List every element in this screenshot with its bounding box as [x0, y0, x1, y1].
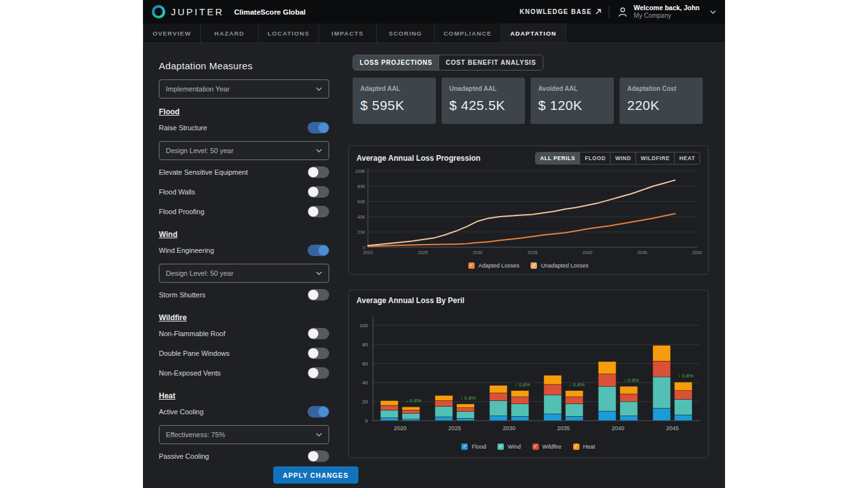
peril-filter-heat[interactable]: HEAT	[674, 152, 700, 164]
chevron-down-icon	[316, 149, 322, 152]
loss-by-peril-chart-card: Average Annual Loss By Peril020406080100…	[348, 290, 709, 458]
toggle-knob	[308, 329, 318, 339]
y-tick-label: 20K	[358, 230, 366, 234]
view-tab-loss-projections[interactable]: LOSS PROJECTIONS	[353, 55, 438, 70]
nav-tab-adaptation[interactable]: ADAPTATION	[501, 24, 566, 43]
reduction-annotation: ↓ 0.8%	[678, 373, 693, 379]
y-tick-label: 40K	[358, 215, 366, 219]
toggle-active-cooling[interactable]	[308, 406, 329, 417]
stat-card-value: $ 120K	[538, 98, 606, 113]
toggle-flood-walls[interactable]	[308, 186, 329, 198]
implementation-year-select[interactable]: Implementation Year	[159, 79, 329, 98]
bar-adapted-wildfire	[457, 408, 475, 412]
toggle-row: Elevate Sensitive Equipment	[159, 162, 329, 182]
bar-adapted-flood	[457, 418, 475, 421]
toggle-label: Double Pane Windows	[159, 349, 229, 357]
select-effectiveness-75-[interactable]: Effectiveness: 75%	[159, 425, 329, 444]
bar-adapted-heat	[511, 391, 529, 397]
toggle-storm-shutters[interactable]	[308, 289, 329, 301]
toggle-label: Elevate Sensitive Equipment	[159, 168, 248, 176]
loss-progression-chart-card: Average Annual Loss ProgressionALL PERIL…	[348, 146, 709, 274]
legend-checkbox-flood[interactable]: ✓	[461, 444, 468, 450]
bar-unadapted-wildfire	[381, 405, 398, 410]
legend-checkbox-heat[interactable]: ✓	[573, 444, 580, 450]
peril-filter-wildfire[interactable]: WILDFIRE	[635, 152, 674, 164]
stat-card-adaptation-cost: Adaptation Cost220K	[620, 78, 703, 124]
toggle-row: Flood Walls	[159, 182, 329, 201]
bar-adapted-flood	[511, 416, 529, 421]
bar-adapted-heat	[620, 386, 638, 394]
nav-tab-impacts[interactable]: IMPACTS	[319, 24, 377, 43]
section-heading-wind: Wind	[159, 230, 329, 239]
legend-label: Heat	[583, 444, 595, 450]
nav-tab-locations[interactable]: LOCATIONS	[259, 24, 319, 43]
toggle-row: Double Pane Windows	[159, 343, 329, 363]
bar-unadapted-heat	[544, 376, 562, 384]
company-name: My Company	[634, 12, 700, 20]
toggle-flood-proofing[interactable]	[308, 206, 329, 217]
jupiter-logo-icon	[152, 5, 165, 18]
brand-name: JUPITER	[171, 6, 224, 17]
peril-filter-all-perils[interactable]: ALL PERILS	[536, 152, 580, 164]
toggle-knob	[308, 368, 318, 378]
stat-card-avoided-aal: Avoided AAL$ 120K	[531, 78, 614, 124]
legend-label: Flood	[471, 444, 486, 450]
peril-filter-flood[interactable]: FLOOD	[580, 152, 610, 164]
view-tab-cost-benefit-analysis[interactable]: COST BENEFIT ANALYSIS	[438, 55, 542, 70]
nav-tab-overview[interactable]: OVERVIEW	[143, 24, 201, 43]
toggle-knob	[308, 290, 318, 300]
chevron-down-icon	[316, 271, 322, 275]
bar-adapted-heat	[566, 391, 583, 397]
y-tick-label: 60K	[358, 200, 366, 204]
toggle-row: Raise Structure	[159, 118, 329, 137]
bar-adapted-wildfire	[566, 397, 583, 404]
bar-adapted-flood	[402, 419, 420, 421]
legend-checkbox-wind[interactable]: ✓	[498, 444, 504, 450]
select-design-level-50-year[interactable]: Design Level: 50 year	[159, 264, 329, 283]
y-tick-label: 60	[362, 361, 368, 367]
toggle-raise-structure[interactable]	[308, 122, 329, 133]
toggle-non-exposed-vents[interactable]	[308, 367, 329, 379]
reduction-annotation: ↓ 0.8%	[515, 382, 530, 388]
stat-cards: Adapted AAL$ 595KUnadapted AAL$ 425.5KAv…	[353, 78, 703, 124]
stat-card-label: Unadapted AAL	[449, 85, 517, 92]
toggle-elevate-sensitive-equipment[interactable]	[308, 166, 329, 178]
select-design-level-50-year[interactable]: Design Level: 50 year	[159, 141, 329, 160]
select-value: Design Level: 50 year	[166, 147, 233, 154]
toggle-label: Wind Engineering	[159, 247, 214, 254]
toggle-label: Flood Proofing	[159, 208, 205, 215]
y-tick-label: 0	[363, 245, 365, 250]
section-heading-wildfire: Wildfire	[159, 313, 329, 322]
bar-unadapted-wildfire	[599, 374, 616, 387]
user-menu[interactable]: Welcome back, John My Company	[617, 4, 716, 20]
nav-tab-hazard[interactable]: HAZARD	[201, 24, 259, 43]
legend-item: ✓Heat	[573, 444, 595, 450]
toggle-wind-engineering[interactable]	[308, 245, 329, 256]
toggle-knob	[308, 451, 318, 461]
knowledge-base-link[interactable]: KNOWLEDGE BASE	[520, 8, 601, 15]
peril-filter-wind[interactable]: WIND	[610, 152, 635, 164]
bar-adapted-wind	[402, 414, 420, 419]
nav-tab-compliance[interactable]: COMPLIANCE	[435, 24, 501, 43]
toggle-knob	[318, 245, 329, 255]
y-tick-label: 100K	[355, 169, 366, 173]
toggle-knob	[308, 187, 318, 197]
toggle-knob	[308, 348, 318, 358]
bar-unadapted-wildfire	[435, 401, 453, 407]
legend-checkbox-adapted-losses[interactable]: ✓	[468, 262, 475, 269]
apply-changes-button[interactable]: APPLY CHANGES	[273, 466, 358, 484]
toggle-label: Flood Walls	[159, 188, 195, 196]
x-tick-label: 2045	[637, 250, 648, 255]
toggle-label: Non-Flammable Roof	[159, 330, 226, 337]
nav-tab-scoring[interactable]: SCORING	[377, 24, 435, 43]
bar-adapted-wind	[620, 402, 638, 416]
legend-checkbox-wildfire[interactable]: ✓	[532, 444, 539, 450]
toggle-double-pane-windows[interactable]	[308, 348, 329, 359]
stat-card-label: Adapted AAL	[360, 85, 428, 92]
toggle-non-flammable-roof[interactable]	[308, 328, 329, 339]
legend-checkbox-unadapted-losses[interactable]: ✓	[531, 262, 537, 269]
toggle-knob	[308, 207, 318, 217]
legend-item: ✓Flood	[461, 444, 486, 450]
x-tick-label: 2025	[448, 425, 461, 431]
toggle-passive-cooling[interactable]	[308, 451, 329, 462]
